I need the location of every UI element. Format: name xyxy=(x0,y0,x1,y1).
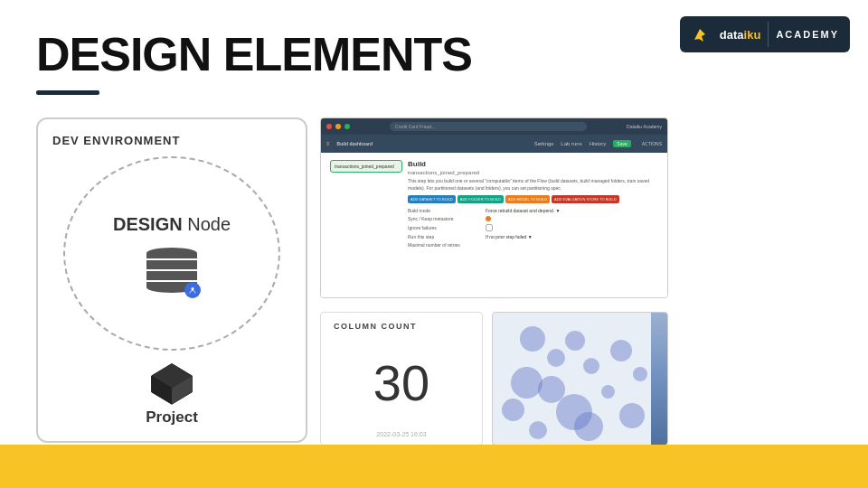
sync-label: Sync / Keep metastore xyxy=(408,216,480,221)
title-underline xyxy=(36,90,99,95)
build-subtitle: transactions_joined_prepared xyxy=(408,170,658,175)
column-count-timestamp: 2022-03-25 16:03 xyxy=(321,431,482,445)
build-mode-row: Build mode Force rebuild dataset and dep… xyxy=(408,208,658,213)
ignore-failures-label: Ignore failures xyxy=(408,225,480,230)
map-dot xyxy=(547,349,565,367)
map-dot xyxy=(565,331,585,351)
build-mode-label: Build mode xyxy=(408,208,480,213)
add-dataset-btn[interactable]: ADD DATASET TO BUILD xyxy=(408,195,456,203)
viz-inner xyxy=(493,313,667,445)
max-dot xyxy=(344,124,350,129)
close-dot xyxy=(326,124,332,129)
project-label: Project xyxy=(146,408,198,427)
logo-divider xyxy=(768,22,769,47)
map-dot xyxy=(574,412,603,441)
column-count-title: COLUMN COUNT xyxy=(334,322,469,331)
bottom-bar xyxy=(0,445,868,488)
column-count-header: COLUMN COUNT xyxy=(321,313,482,334)
app-navbar: ≡ Build dashboard Settings Lab runs Hist… xyxy=(321,135,667,153)
add-folder-btn[interactable]: ADD FOLDER TO BUILD xyxy=(458,195,504,203)
map-dot xyxy=(610,340,632,361)
build-mode-value: Force rebuild dataset and depend. ▼ xyxy=(486,208,561,213)
min-dot xyxy=(335,124,341,129)
dev-environment-card: DEV ENVIRONMENT DESIGN Node Project xyxy=(36,117,307,443)
run-step-label: Run this step xyxy=(408,234,480,239)
svg-point-1 xyxy=(192,287,194,290)
ignore-failures-checkbox[interactable] xyxy=(486,224,493,231)
add-eval-btn[interactable]: ADD EVALUATION STORE TO BUILD xyxy=(552,195,619,203)
viz-color-scale xyxy=(651,313,667,445)
scatter-map-viz xyxy=(492,312,668,446)
build-dashboard-screenshot: Credit Card Fraud... Dataiku Academy ≡ B… xyxy=(320,117,668,298)
sync-toggle xyxy=(486,216,491,221)
map-dot xyxy=(502,399,524,421)
max-retries-label: Maximal number of retries xyxy=(408,242,480,248)
dataiku-bird-icon xyxy=(687,22,712,47)
run-step-value: If no prior step failed ▼ xyxy=(486,234,533,239)
nav-history: History xyxy=(590,141,607,146)
build-title: Build xyxy=(408,160,658,168)
sync-row: Sync / Keep metastore xyxy=(408,216,658,221)
browser-topbar: Credit Card Fraud... Dataiku Academy xyxy=(321,118,667,135)
logo-data-text: dataiku xyxy=(720,26,761,42)
map-dot xyxy=(633,367,647,381)
nav-settings: Settings xyxy=(534,141,554,146)
run-step-row: Run this step If no prior step failed ▼ xyxy=(408,234,658,239)
dashed-circle: DESIGN Node xyxy=(63,156,280,351)
dataiku-logo: dataiku ACADEMY xyxy=(680,16,850,52)
column-count-value: 30 xyxy=(321,334,482,431)
logo-academy-text: ACADEMY xyxy=(776,29,839,40)
map-dot xyxy=(511,367,542,399)
map-dot xyxy=(520,326,545,352)
database-icon xyxy=(146,248,197,293)
page-title: DESIGN ELEMENTS xyxy=(36,27,472,81)
ignore-failures-row: Ignore failures xyxy=(408,224,658,231)
dev-card-title: DEV ENVIRONMENT xyxy=(52,134,180,147)
max-retries-row: Maximal number of retries xyxy=(408,242,658,248)
project-box-icon xyxy=(145,360,199,408)
map-dot xyxy=(529,421,547,439)
map-dot xyxy=(583,358,599,374)
db-users-badge xyxy=(184,282,201,298)
column-count-card: COLUMN COUNT 30 2022-03-25 16:03 xyxy=(320,312,483,446)
build-description: This step lets you build one or several … xyxy=(408,178,658,192)
design-node-label: DESIGN Node xyxy=(113,214,231,235)
map-dot xyxy=(601,385,615,399)
map-dot xyxy=(619,403,645,428)
nav-labruns: Lab runs xyxy=(561,141,581,146)
add-model-btn[interactable]: ADD MODEL TO BUILD xyxy=(505,195,550,203)
